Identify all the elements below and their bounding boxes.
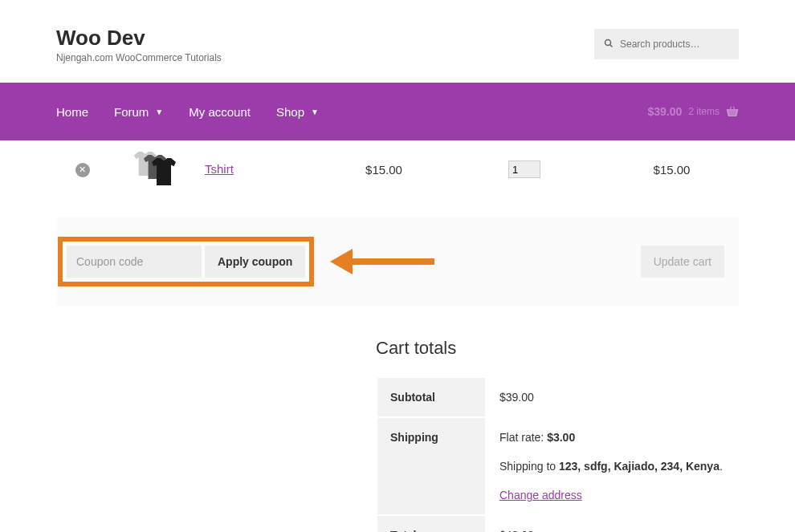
price-col: $15.00 [324, 163, 444, 177]
nav-cart[interactable]: $39.00 2 items [647, 105, 739, 119]
table-row: ✕ Tshirt $15.00 $15.00 [56, 140, 739, 201]
shipping-label: Shipping [377, 418, 485, 514]
search-input[interactable] [620, 39, 729, 50]
total-value: $42.00 [487, 516, 737, 532]
product-thumbnail[interactable] [134, 147, 179, 192]
search-box[interactable] [594, 29, 739, 59]
update-cart-button[interactable]: Update cart [641, 246, 724, 278]
coupon-row: Apply coupon Update cart [56, 217, 739, 306]
shipping-value: Flat rate: $3.00 Shipping to 123, sdfg, … [487, 418, 737, 514]
remove-col: ✕ [56, 161, 108, 177]
chevron-down-icon: ▼ [155, 108, 163, 116]
name-col: Tshirt [205, 162, 324, 177]
change-address-link[interactable]: Change address [499, 489, 582, 502]
site-subtitle: Njengah.com WooCommerce Tutorials [56, 52, 222, 63]
nav-item-home[interactable]: Home [56, 105, 88, 119]
total-label: Total [377, 516, 485, 532]
coupon-input[interactable] [67, 246, 202, 278]
cart-totals-heading: Cart totals [376, 338, 739, 359]
totals-table: Subtotal $39.00 Shipping Flat rate: $3.0… [376, 376, 739, 532]
remove-item-button[interactable]: ✕ [75, 163, 90, 177]
totals-wrap: Cart totals Subtotal $39.00 Shipping Fla… [56, 338, 739, 532]
coupon-highlight-box: Apply coupon [58, 237, 314, 286]
nav-item-myaccount[interactable]: My account [189, 105, 251, 119]
subtotal-value: $39.00 [487, 378, 737, 416]
header: Woo Dev Njengah.com WooCommerce Tutorial… [0, 0, 795, 83]
nav-item-forum[interactable]: Forum▼ [114, 105, 163, 119]
search-icon [604, 37, 614, 51]
cart-totals: Cart totals Subtotal $39.00 Shipping Fla… [376, 338, 739, 532]
product-name-link[interactable]: Tshirt [205, 162, 234, 176]
site-title: Woo Dev [56, 26, 222, 51]
subtotal-label: Subtotal [377, 378, 485, 416]
qty-col [444, 160, 605, 178]
svg-point-0 [605, 40, 611, 46]
brand: Woo Dev Njengah.com WooCommerce Tutorial… [56, 26, 222, 63]
subtotal-col: $15.00 [605, 163, 739, 177]
thumb-col [108, 147, 205, 192]
annotation-arrow [330, 254, 434, 270]
basket-icon [726, 105, 739, 119]
cart-amount: $39.00 [647, 105, 682, 118]
shipping-to-text: Shipping to 123, sdfg, Kajiado, 234, Ken… [499, 460, 724, 473]
cart-items-count: 2 items [688, 106, 720, 117]
chevron-down-icon: ▼ [311, 108, 319, 116]
navbar: Home Forum▼ My account Shop▼ $39.00 2 it… [0, 83, 795, 140]
apply-coupon-button[interactable]: Apply coupon [205, 246, 305, 278]
content: ✕ Tshirt $15.00 $15.00 Apply coupon Upda… [0, 140, 795, 532]
nav-links: Home Forum▼ My account Shop▼ [56, 105, 319, 119]
nav-item-shop[interactable]: Shop▼ [276, 105, 319, 119]
quantity-stepper[interactable] [508, 160, 540, 178]
svg-line-1 [610, 45, 613, 47]
